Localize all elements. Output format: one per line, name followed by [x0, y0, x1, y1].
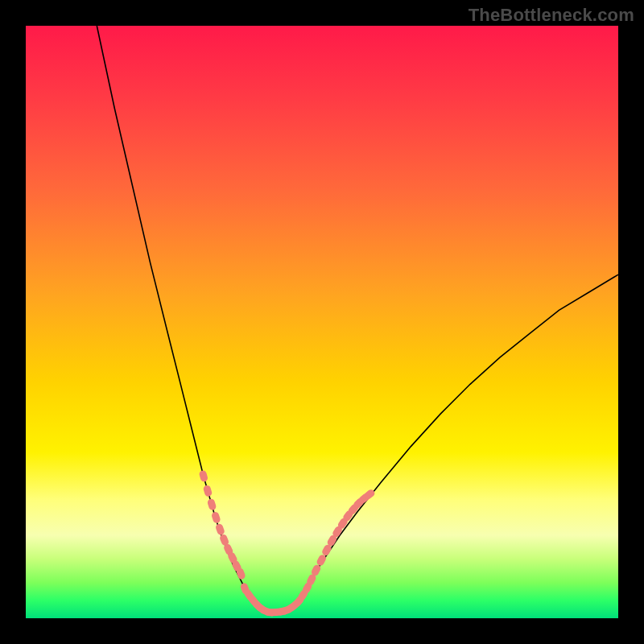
highlight-dots-group	[199, 469, 377, 617]
chart-svg	[26, 26, 618, 618]
highlight-dot	[207, 498, 217, 511]
bottleneck-curve	[97, 26, 618, 613]
highlight-dot	[211, 511, 221, 524]
watermark-text: TheBottleneck.com	[469, 5, 634, 26]
highlight-dot	[199, 469, 208, 482]
highlight-dot	[203, 485, 213, 497]
chart-frame	[26, 26, 618, 618]
highlight-dot	[215, 522, 225, 535]
